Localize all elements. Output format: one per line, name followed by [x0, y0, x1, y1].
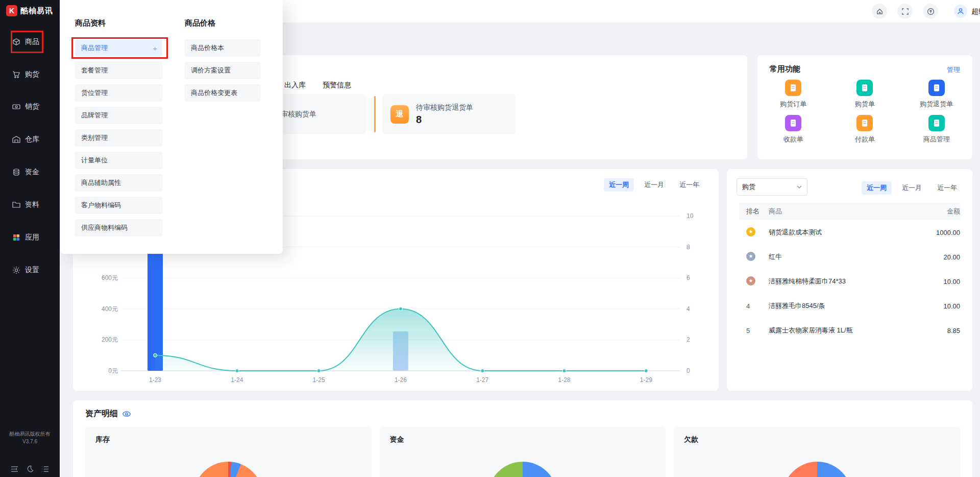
visibility-eye-icon[interactable] — [122, 411, 131, 417]
quick-item-purchase-order[interactable]: 购货订单 — [757, 80, 829, 109]
product-name: 洁丽雅毛巾8545/条 — [769, 301, 913, 311]
flyout-item-price-book[interactable]: 商品价格本 — [185, 39, 260, 57]
rank-number: 4 — [739, 302, 769, 310]
filter-year[interactable]: 近一年 — [674, 178, 704, 192]
svg-text:200元: 200元 — [102, 336, 118, 343]
goods-menu-flyout: 商品资料 商品管理 + 套餐管理 货位管理 品牌管理 类别管理 计量单位 商品辅… — [60, 0, 283, 254]
ranking-type-select[interactable]: 购货 — [737, 178, 807, 196]
svg-text:0: 0 — [687, 367, 690, 374]
panel-label: 库存 — [95, 435, 372, 444]
sidebar-item-label: 仓库 — [25, 135, 39, 144]
app: K 酷柚易讯 商品 购货 销货 仓库 资金 资料 — [0, 0, 980, 477]
logo-title: 酷柚易讯 — [20, 6, 53, 16]
banknote-icon — [12, 103, 20, 111]
svg-text:8: 8 — [687, 244, 690, 251]
quick-item-payment[interactable]: 付款单 — [829, 115, 900, 144]
selected-option: 购货 — [742, 182, 755, 192]
flyout-item-auxiliary-attributes[interactable]: 商品辅助属性 — [75, 174, 162, 192]
moon-icon[interactable] — [26, 465, 34, 473]
svg-text:1-23: 1-23 — [149, 376, 161, 384]
flyout-item-brand-management[interactable]: 品牌管理 — [75, 107, 162, 124]
product-amount: 10.00 — [913, 302, 960, 310]
quick-functions-grid: 购货订单 购货单 购货退货单 收款单 付款单 商品管理 — [757, 80, 972, 144]
filter-week[interactable]: 近一周 — [862, 181, 892, 195]
sidebar-item-goods[interactable]: 商品 — [0, 31, 60, 53]
sidebar-item-label: 商品 — [25, 37, 39, 46]
sidebar-item-data[interactable]: 资料 — [0, 194, 60, 216]
sidebar: K 酷柚易讯 商品 购货 销货 仓库 资金 资料 — [0, 0, 60, 477]
flyout-item-measure-unit[interactable]: 计量单位 — [75, 152, 162, 169]
sidebar-item-sales[interactable]: 销货 — [0, 96, 60, 118]
sidebar-item-settings[interactable]: 设置 — [0, 259, 60, 281]
sidebar-item-purchase[interactable]: 购货 — [0, 63, 60, 86]
flyout-item-customer-material-code[interactable]: 客户物料编码 — [75, 197, 162, 214]
warehouse-icon — [12, 135, 20, 144]
svg-text:6: 6 — [687, 274, 690, 281]
table-row: 5 威露士衣物家居消毒液 1L/瓶 8.85 — [739, 318, 960, 343]
product-name: 威露士衣物家居消毒液 1L/瓶 — [769, 326, 913, 335]
list-icon[interactable] — [41, 465, 49, 473]
flyout-item-category-management[interactable]: 类别管理 — [75, 129, 162, 147]
add-icon[interactable]: + — [153, 44, 157, 53]
sidebar-item-warehouse[interactable]: 仓库 — [0, 128, 60, 151]
username-menu[interactable]: 超级管理员 — [971, 7, 980, 16]
return-badge-icon: 退 — [390, 105, 409, 124]
document-icon — [856, 115, 873, 131]
user-avatar[interactable] — [954, 5, 967, 18]
col-amount: 金额 — [913, 207, 960, 216]
quick-functions-card: 常用功能 管理 购货订单 购货单 购货退货单 收款单 付款单 — [757, 55, 972, 159]
pending-purchase-returns-stat: 退 待审核购货退货单 8 — [382, 94, 516, 134]
flyout-item-price-change-table[interactable]: 商品价格变更表 — [185, 84, 260, 102]
document-icon — [928, 80, 945, 96]
filter-week[interactable]: 近一周 — [604, 178, 634, 192]
flyout-item-goods-management[interactable]: 商品管理 + — [75, 39, 162, 57]
back-to-top-button[interactable] — [923, 4, 938, 19]
product-name: 红牛 — [769, 252, 913, 261]
quick-item-purchase-bill[interactable]: 购货单 — [829, 80, 900, 109]
folder-icon — [12, 201, 20, 209]
debt-panel: 欠款 — [674, 427, 960, 477]
manage-link[interactable]: 管理 — [947, 65, 960, 75]
svg-text:1-28: 1-28 — [558, 376, 570, 384]
flyout-item-location-management[interactable]: 货位管理 — [75, 84, 162, 102]
silver-medal-icon — [746, 252, 755, 261]
table-row: 红牛 20.00 — [739, 245, 960, 269]
tab-in-out-stock[interactable]: 出入库 — [284, 81, 306, 90]
fullscreen-button[interactable] — [897, 4, 913, 19]
flyout-item-price-adjustment-plan[interactable]: 调价方案设置 — [185, 62, 260, 79]
sidebar-item-funds[interactable]: 资金 — [0, 161, 60, 183]
ranking-time-filters: 近一周 近一月 近一年 — [862, 181, 962, 195]
home-button[interactable] — [872, 4, 887, 19]
ranking-card: 购货 近一周 近一月 近一年 排名 商品 金额 销货退款成本测试 1000.00… — [727, 169, 972, 391]
table-row: 4 洁丽雅毛巾8545/条 10.00 — [739, 294, 960, 318]
funds-pie-chart — [488, 462, 557, 477]
inventory-panel: 库存 — [85, 427, 372, 477]
document-icon — [928, 115, 945, 131]
quick-item-receipt[interactable]: 收款单 — [757, 115, 829, 144]
app-logo: K 酷柚易讯 — [6, 5, 53, 16]
filter-month[interactable]: 近一月 — [639, 178, 669, 192]
svg-text:2: 2 — [687, 336, 690, 343]
tab-warning-info[interactable]: 预警信息 — [323, 81, 351, 90]
flyout-item-supplier-material-code[interactable]: 供应商物料编码 — [75, 219, 162, 236]
copyright-text: 酷柚易讯版权所有 — [0, 431, 60, 438]
filter-month[interactable]: 近一月 — [897, 181, 927, 195]
quick-item-goods-management[interactable]: 商品管理 — [901, 115, 972, 144]
collapse-menu-icon[interactable] — [11, 465, 18, 473]
filter-year[interactable]: 近一年 — [932, 181, 962, 195]
sidebar-item-label: 购货 — [25, 70, 39, 79]
assets-title: 资产明细 — [85, 409, 131, 419]
document-icon — [856, 80, 873, 96]
sidebar-item-apps[interactable]: 应用 — [0, 226, 60, 249]
svg-text:400元: 400元 — [102, 305, 118, 313]
sidebar-item-label: 资金 — [25, 168, 39, 177]
fullscreen-icon — [901, 8, 909, 15]
stat-value: 8 — [416, 114, 473, 126]
inventory-pie-chart — [193, 462, 263, 477]
flyout-item-package-management[interactable]: 套餐管理 — [75, 62, 162, 79]
quick-item-purchase-return[interactable]: 购货退货单 — [901, 80, 972, 109]
overview-tabs: 出入库 预警信息 — [284, 81, 351, 90]
debt-pie-chart — [782, 462, 852, 477]
panel-label: 欠款 — [684, 435, 960, 444]
document-icon — [785, 115, 801, 131]
